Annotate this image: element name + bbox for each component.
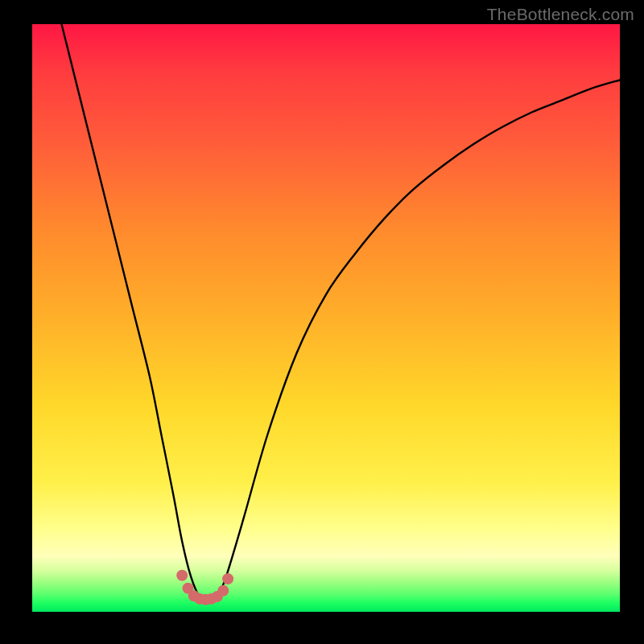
plot-gradient-background — [32, 24, 620, 612]
chart-frame: TheBottleneck.com — [0, 0, 644, 644]
watermark-text: TheBottleneck.com — [487, 5, 634, 24]
